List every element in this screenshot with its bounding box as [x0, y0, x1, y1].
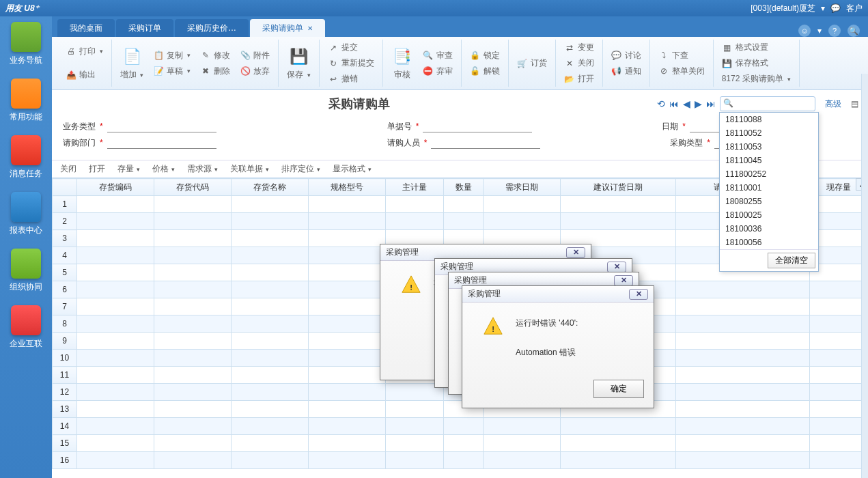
dropdown-arrow-icon[interactable]: ▾: [821, 3, 825, 13]
cell[interactable]: [232, 367, 309, 384]
cell[interactable]: [77, 401, 154, 418]
input-dept[interactable]: [107, 137, 216, 149]
cell[interactable]: [309, 452, 386, 469]
cell[interactable]: [675, 315, 809, 333]
delete-button[interactable]: ✖删除: [197, 64, 233, 79]
cell[interactable]: [77, 230, 154, 247]
cell[interactable]: [154, 281, 232, 298]
cell[interactable]: [232, 213, 309, 230]
cell[interactable]: [675, 401, 809, 418]
cell[interactable]: [232, 196, 309, 213]
cell[interactable]: [561, 213, 675, 230]
revoke-button[interactable]: ↩撤销: [325, 72, 377, 86]
cell[interactable]: [309, 333, 386, 350]
saveformat-button[interactable]: 💾保存格式: [719, 56, 794, 70]
cell[interactable]: [809, 333, 867, 350]
cell[interactable]: [77, 315, 154, 333]
customer-label[interactable]: 客户: [846, 3, 863, 14]
cell[interactable]: [232, 230, 309, 247]
dropdown-item-2[interactable]: 18110053: [720, 140, 818, 154]
cell[interactable]: [809, 298, 867, 315]
cell[interactable]: [232, 247, 309, 264]
cell[interactable]: [309, 298, 386, 315]
format-button[interactable]: ▦格式设置: [719, 40, 794, 55]
table-row[interactable]: 13: [53, 401, 868, 418]
cell[interactable]: [675, 298, 809, 315]
cell[interactable]: [154, 401, 232, 418]
next-icon[interactable]: ▶: [695, 98, 702, 109]
clear-all-button[interactable]: 全部清空: [768, 253, 815, 268]
cell[interactable]: [232, 333, 309, 350]
cell[interactable]: [484, 418, 561, 435]
cell[interactable]: [386, 435, 444, 452]
cell[interactable]: [309, 264, 386, 281]
cell[interactable]: [77, 298, 154, 315]
dropdown-item-7[interactable]: 18100025: [720, 208, 818, 222]
cell[interactable]: [675, 333, 809, 350]
col-header[interactable]: 存货代码: [154, 179, 232, 196]
input-person[interactable]: [431, 137, 540, 149]
abandon-button[interactable]: ⛔弃审: [420, 64, 456, 79]
cell[interactable]: [309, 196, 386, 213]
search-input[interactable]: [720, 96, 815, 111]
cell[interactable]: [154, 230, 232, 247]
cell[interactable]: [232, 281, 309, 298]
cell[interactable]: [444, 213, 484, 230]
cell[interactable]: [561, 452, 675, 469]
cell[interactable]: [675, 367, 809, 384]
dialog-3-close[interactable]: ✕: [614, 275, 633, 286]
last-icon[interactable]: ⏭: [706, 98, 716, 109]
cell[interactable]: [809, 401, 867, 418]
tab-history[interactable]: 采购历史价…: [175, 19, 249, 37]
cell[interactable]: [232, 418, 309, 435]
cell[interactable]: [77, 281, 154, 298]
cell[interactable]: [232, 384, 309, 401]
sidebar-enterprise[interactable]: 企业互联: [10, 305, 42, 350]
help-icon[interactable]: ?: [828, 25, 841, 37]
cell[interactable]: [386, 401, 444, 418]
attach-button[interactable]: 📎附件: [237, 48, 272, 63]
cell[interactable]: [809, 367, 867, 384]
subtool-4[interactable]: 需求源 ▾: [187, 163, 218, 175]
down-button[interactable]: ⤵下查: [656, 48, 708, 63]
dropdown-item-5[interactable]: 18110001: [720, 181, 818, 195]
table-row[interactable]: 16: [53, 452, 868, 469]
col-header[interactable]: 建议订货日期: [561, 179, 675, 196]
cell[interactable]: [309, 247, 386, 264]
subtool-3[interactable]: 价格 ▾: [152, 163, 175, 175]
cell[interactable]: [309, 384, 386, 401]
cell[interactable]: [77, 452, 154, 469]
ok-button[interactable]: 确定: [593, 380, 644, 398]
close-button[interactable]: ✕关闭: [561, 56, 597, 70]
cell[interactable]: [444, 196, 484, 213]
dropdown-item-9[interactable]: 18100056: [720, 236, 818, 249]
cell[interactable]: [561, 435, 675, 452]
cell[interactable]: [154, 367, 232, 384]
output-button[interactable]: 📤输出: [63, 68, 106, 82]
cell[interactable]: [77, 213, 154, 230]
cell[interactable]: [309, 367, 386, 384]
cell[interactable]: [309, 401, 386, 418]
dropdown-item-6[interactable]: 18080255: [720, 195, 818, 208]
cell[interactable]: [77, 350, 154, 367]
cell[interactable]: [154, 298, 232, 315]
cell[interactable]: [386, 213, 444, 230]
dropdown-item-0[interactable]: 18110088: [720, 113, 818, 126]
change-button[interactable]: ⇄变更: [561, 40, 597, 55]
cell[interactable]: [675, 350, 809, 367]
cell[interactable]: [484, 213, 561, 230]
cell[interactable]: [809, 384, 867, 401]
cell[interactable]: [675, 384, 809, 401]
modify-button[interactable]: ✎修改: [197, 48, 233, 63]
docno-combo[interactable]: 8172 采购请购单▾: [719, 72, 794, 86]
cell[interactable]: [154, 350, 232, 367]
sidebar-org[interactable]: 组织协同: [10, 249, 42, 293]
cell[interactable]: [309, 435, 386, 452]
cell[interactable]: [232, 401, 309, 418]
cell[interactable]: [309, 418, 386, 435]
dialog-1-close[interactable]: ✕: [566, 247, 585, 258]
col-header[interactable]: 规格型号: [309, 179, 386, 196]
cell[interactable]: [309, 230, 386, 247]
cell[interactable]: [77, 367, 154, 384]
cell[interactable]: [386, 196, 444, 213]
